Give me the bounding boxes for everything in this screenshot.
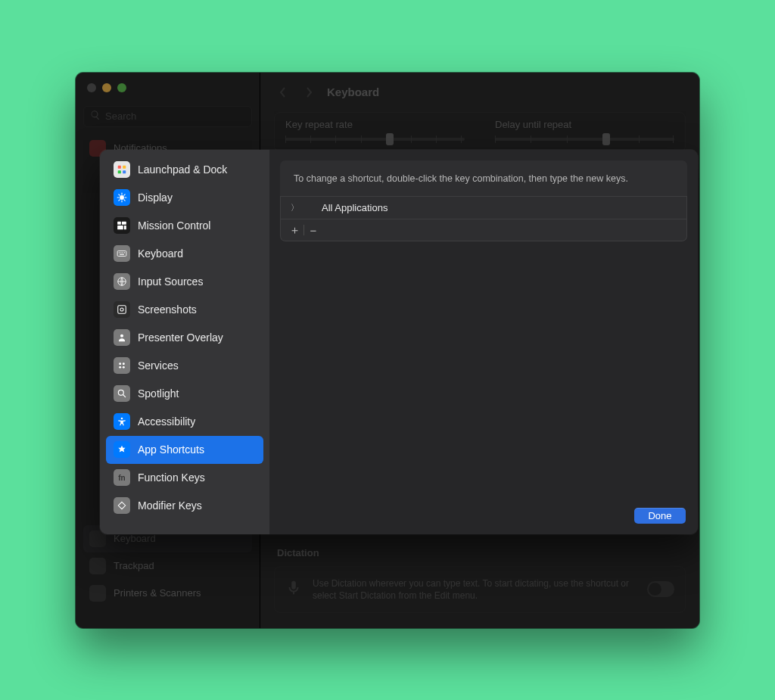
category-label: Presenter Overlay	[138, 331, 223, 344]
category-label: Services	[138, 359, 179, 372]
category-label: Accessibility	[138, 415, 195, 428]
add-shortcut-button[interactable]: ＋	[285, 222, 303, 238]
keyboard-icon	[114, 245, 130, 262]
svg-rect-16	[118, 306, 126, 314]
svg-point-19	[119, 362, 121, 365]
shortcut-category-services[interactable]: Services	[106, 352, 263, 380]
svg-point-4	[120, 195, 124, 200]
shortcut-category-fn[interactable]: fnFunction Keys	[106, 464, 263, 492]
svg-point-18	[120, 334, 123, 338]
spotlight-icon	[114, 385, 130, 402]
category-label: Function Keys	[138, 471, 205, 484]
category-label: Input Sources	[138, 275, 203, 288]
presenter-icon	[114, 329, 130, 346]
svg-rect-8	[124, 226, 126, 229]
launchpad-icon	[114, 161, 130, 178]
services-icon	[114, 357, 130, 374]
remove-shortcut-button[interactable]: −	[304, 222, 322, 238]
svg-point-17	[120, 308, 123, 311]
shortcuts-detail-pane: To change a shortcut, double-click the k…	[269, 150, 698, 534]
svg-rect-11	[120, 252, 121, 253]
svg-point-22	[123, 366, 125, 369]
svg-point-23	[118, 390, 123, 395]
category-label: Display	[138, 191, 173, 204]
mission-icon	[114, 217, 130, 234]
category-label: Mission Control	[138, 219, 210, 232]
shortcut-category-mission[interactable]: Mission Control	[106, 212, 263, 240]
app-row-label: All Applications	[322, 202, 388, 213]
modifier-icon	[114, 497, 130, 514]
svg-rect-12	[123, 252, 123, 253]
system-settings-window: Notifications Keyboard Trackpad Printers…	[76, 73, 699, 628]
svg-rect-6	[122, 222, 126, 225]
shortcuts-sheet: Launchpad & DockDisplayMission ControlKe…	[100, 150, 698, 534]
category-label: App Shortcuts	[138, 443, 204, 456]
input-icon	[114, 273, 130, 290]
appshort-icon	[114, 441, 130, 458]
svg-point-21	[119, 366, 121, 369]
shortcut-category-accessibility[interactable]: Accessibility	[106, 408, 263, 436]
svg-rect-5	[117, 222, 121, 225]
screenshot-icon	[114, 301, 130, 318]
category-label: Screenshots	[138, 303, 197, 316]
app-row-all-applications[interactable]: 〉 All Applications	[281, 197, 686, 219]
display-icon	[114, 189, 130, 206]
minus-icon: −	[310, 224, 317, 237]
shortcut-category-launchpad[interactable]: Launchpad & Dock	[106, 156, 263, 184]
svg-rect-1	[123, 166, 126, 169]
shortcut-category-presenter[interactable]: Presenter Overlay	[106, 324, 263, 352]
svg-point-24	[121, 418, 123, 420]
shortcut-category-keyboard[interactable]: Keyboard	[106, 240, 263, 268]
shortcuts-table: 〉 All Applications ＋ −	[280, 197, 687, 241]
shortcuts-category-list: Launchpad & DockDisplayMission ControlKe…	[100, 150, 269, 534]
category-label: Launchpad & Dock	[138, 163, 227, 176]
svg-rect-0	[118, 166, 121, 169]
shortcut-category-appshort[interactable]: App Shortcuts	[106, 436, 263, 464]
svg-rect-10	[119, 252, 120, 253]
svg-rect-14	[120, 254, 124, 255]
shortcut-category-spotlight[interactable]: Spotlight	[106, 380, 263, 408]
shortcuts-toolbar: ＋ −	[281, 219, 686, 241]
shortcut-category-input[interactable]: Input Sources	[106, 268, 263, 296]
chevron-right-icon: 〉	[288, 202, 300, 213]
shortcut-category-display[interactable]: Display	[106, 184, 263, 212]
category-label: Keyboard	[138, 247, 183, 260]
svg-rect-7	[117, 226, 123, 229]
fn-icon: fn	[114, 469, 130, 486]
done-button[interactable]: Done	[634, 508, 686, 524]
svg-rect-9	[117, 251, 126, 257]
category-label: Modifier Keys	[138, 499, 202, 512]
plus-icon: ＋	[289, 223, 300, 238]
svg-rect-3	[123, 170, 126, 173]
accessibility-icon	[114, 413, 130, 430]
svg-rect-2	[118, 170, 121, 173]
category-label: Spotlight	[138, 387, 179, 400]
shortcuts-hint-text: To change a shortcut, double-click the k…	[280, 160, 687, 198]
shortcut-category-modifier[interactable]: Modifier Keys	[106, 492, 263, 520]
svg-point-20	[123, 362, 125, 365]
shortcut-category-screenshot[interactable]: Screenshots	[106, 296, 263, 324]
svg-rect-13	[124, 252, 125, 253]
